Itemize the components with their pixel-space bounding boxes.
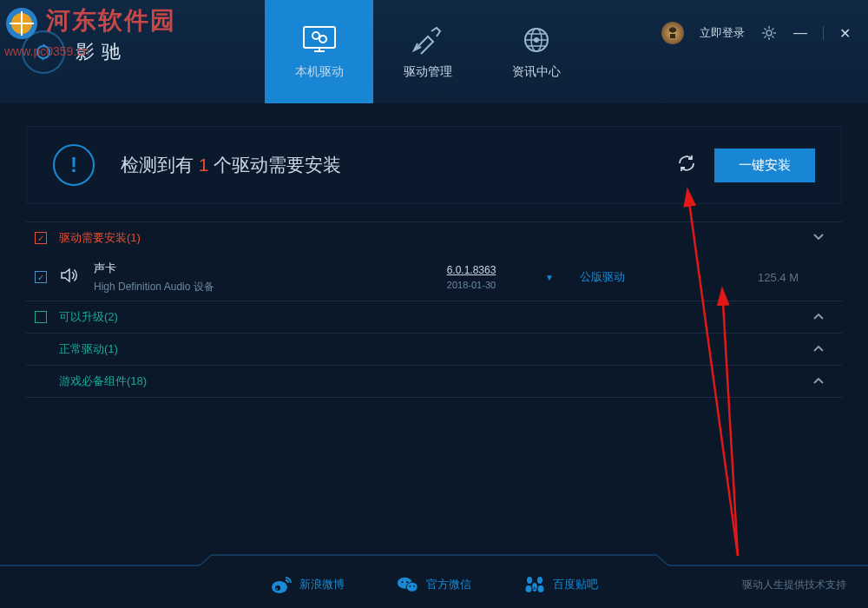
svg-point-19: [537, 577, 542, 584]
svg-point-13: [406, 582, 418, 591]
svg-point-18: [527, 577, 532, 584]
social-wechat[interactable]: 官方微信: [397, 573, 471, 596]
section-checkbox[interactable]: [35, 311, 47, 323]
settings-button[interactable]: [760, 24, 778, 42]
monitor-icon: [300, 24, 339, 56]
section-game-components[interactable]: 游戏必备组件(18): [26, 366, 842, 397]
social-weibo[interactable]: 新浪微博: [270, 573, 345, 596]
svg-point-21: [538, 585, 544, 592]
svg-point-8: [766, 30, 772, 36]
driver-checkbox[interactable]: [35, 271, 47, 283]
tieba-icon: du: [523, 573, 546, 596]
chevron-up-icon: [812, 343, 825, 355]
watermark-overlay: 河东软件园 www.pc0359.cn: [4, 4, 176, 58]
tools-icon: [409, 24, 447, 56]
nav-local-drivers[interactable]: 本机驱动: [265, 0, 373, 103]
nav-news[interactable]: 资讯中心: [482, 0, 590, 103]
nav-driver-manage[interactable]: 驱动管理: [373, 0, 482, 103]
footer: 新浪微博 官方微信 du 百度贴吧 驱动人生提供技术支持: [0, 560, 868, 608]
alert-icon: !: [53, 144, 95, 186]
driver-row: 声卡 High Definition Audio 设备 6.0.1.8363 2…: [26, 254, 842, 301]
speaker-icon: [59, 266, 78, 288]
svg-text:du: du: [532, 585, 538, 591]
section-need-install[interactable]: 驱动需要安装(1): [26, 222, 842, 254]
close-button[interactable]: ✕: [839, 25, 851, 42]
version-dropdown[interactable]: ▼: [545, 273, 554, 282]
globe-icon: [517, 24, 556, 56]
svg-point-4: [319, 36, 326, 43]
nav-label: 本机驱动: [295, 64, 344, 80]
section-checkbox[interactable]: [35, 232, 47, 244]
social-tieba[interactable]: du 百度贴吧: [523, 573, 598, 596]
wechat-icon: [397, 573, 419, 596]
svg-point-10: [275, 585, 280, 591]
section-upgradable[interactable]: 可以升级(2): [26, 301, 842, 333]
install-all-button[interactable]: 一键安装: [714, 149, 815, 182]
svg-point-15: [406, 581, 408, 583]
alert-banner: ! 检测到有 1 个驱动需要安装 一键安装: [26, 126, 842, 204]
login-link[interactable]: 立即登录: [700, 25, 745, 41]
footer-credit: 驱动人生提供技术支持: [742, 578, 846, 592]
chevron-up-icon: [812, 311, 825, 323]
nav-label: 资讯中心: [512, 64, 561, 80]
header-controls: 立即登录 — ✕: [661, 22, 851, 44]
driver-name: 声卡 High Definition Audio 设备: [94, 261, 424, 294]
svg-point-11: [276, 588, 278, 590]
window-controls: — ✕: [793, 25, 851, 42]
svg-point-14: [401, 581, 403, 583]
chevron-down-icon: [812, 232, 825, 244]
divider: [823, 26, 824, 40]
svg-point-3: [312, 32, 319, 39]
driver-size: 125.4 M: [758, 271, 799, 284]
weibo-icon: [270, 573, 293, 596]
section-normal[interactable]: 正常驱动(1): [26, 334, 842, 365]
svg-point-7: [534, 37, 539, 43]
svg-point-17: [413, 585, 415, 586]
minimize-button[interactable]: —: [793, 25, 807, 41]
svg-point-16: [409, 585, 411, 586]
main-nav: 本机驱动 驱动管理 资讯中心: [265, 0, 590, 103]
driver-version: 6.0.1.8363 2018-01-30: [424, 264, 519, 290]
nav-label: 驱动管理: [404, 64, 452, 80]
driver-list: 驱动需要安装(1) 声卡 High Definition Audio 设备 6.…: [0, 221, 868, 398]
svg-point-20: [526, 585, 532, 592]
user-avatar-icon[interactable]: [661, 22, 684, 44]
driver-type-link[interactable]: 公版驱动: [580, 269, 649, 285]
alert-message: 检测到有 1 个驱动需要安装: [121, 153, 676, 177]
refresh-button[interactable]: [676, 153, 697, 177]
chevron-up-icon: [812, 375, 825, 387]
